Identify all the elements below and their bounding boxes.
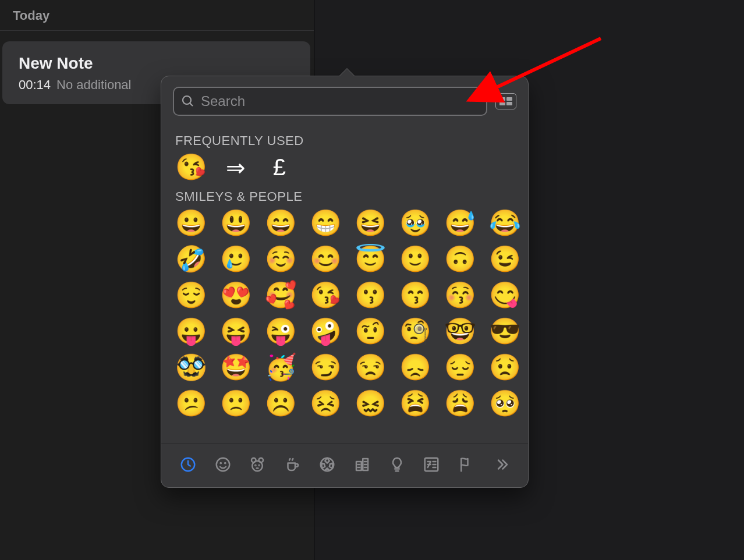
category-activity[interactable] xyxy=(316,454,339,477)
emoji-item[interactable]: 🙃 xyxy=(444,246,476,272)
emoji-item[interactable]: 😍 xyxy=(220,282,252,308)
emoji-item[interactable]: 😆 xyxy=(355,210,387,236)
more-icon xyxy=(493,456,510,476)
frequently-used-label: FREQUENTLY USED xyxy=(175,133,514,148)
category-animals-nature[interactable] xyxy=(246,454,269,477)
emoji-item[interactable]: 😔 xyxy=(444,355,476,380)
svg-point-3 xyxy=(216,458,229,471)
emoji-item[interactable]: 🤓 xyxy=(444,318,476,344)
emoji-item[interactable]: 🥺 xyxy=(489,391,521,416)
note-preview: No additional xyxy=(56,77,131,92)
emoji-item[interactable]: 😄 xyxy=(265,210,297,236)
emoji-item[interactable]: 😂 xyxy=(489,210,521,236)
emoji-item[interactable]: 😝 xyxy=(220,318,252,344)
flag-icon xyxy=(458,456,475,476)
emoji-item[interactable]: 😎 xyxy=(489,318,521,344)
emoji-item[interactable]: 😏 xyxy=(310,355,342,380)
section-today-header: Today xyxy=(0,0,314,31)
svg-point-0 xyxy=(183,96,191,104)
frequent-item[interactable]: ⇒ xyxy=(220,154,251,181)
emoji-item[interactable]: 🤩 xyxy=(220,355,252,380)
emoji-item[interactable]: 😕 xyxy=(175,391,207,416)
picker-header xyxy=(161,76,528,122)
keyboard-grid-icon xyxy=(499,97,512,105)
emoji-item[interactable]: 🧐 xyxy=(399,318,431,344)
note-title: New Note xyxy=(19,54,294,73)
emoji-item[interactable]: 😙 xyxy=(399,282,431,308)
emoji-item[interactable]: 😁 xyxy=(310,210,342,236)
emoji-item[interactable]: 🥲 xyxy=(220,246,252,272)
emoji-item[interactable]: 😅 xyxy=(444,210,476,236)
search-input[interactable] xyxy=(201,93,479,109)
frequent-item[interactable]: 😘 xyxy=(175,154,207,181)
emoji-item[interactable]: 😞 xyxy=(399,355,431,380)
emoji-item[interactable]: 😘 xyxy=(310,282,342,308)
emoji-item[interactable]: 😋 xyxy=(489,282,521,308)
emoji-item[interactable]: 😊 xyxy=(310,246,342,272)
emoji-item[interactable]: ☺️ xyxy=(265,246,297,272)
emoji-item[interactable]: 😀 xyxy=(175,210,207,236)
emoji-item[interactable]: 😚 xyxy=(444,282,476,308)
search-field-wrap[interactable] xyxy=(173,87,487,116)
emoji-item[interactable]: 😩 xyxy=(444,391,476,416)
emoji-item[interactable]: 😒 xyxy=(355,355,387,380)
category-smileys-people[interactable] xyxy=(211,454,235,477)
bulb-icon xyxy=(388,456,406,476)
category-food-drink[interactable] xyxy=(281,454,304,477)
category-symbols[interactable] xyxy=(420,454,443,477)
smileys-people-label: SMILEYS & PEOPLE xyxy=(175,189,514,204)
smileys-grid: 😀😃😄😁😆🥹😅😂🤣🥲☺️😊😇🙂🙃😉😌😍🥰😘😗😙😚😋😛😝😜🤪🤨🧐🤓😎🥸🤩🥳😏😒😞😔… xyxy=(175,210,514,416)
emoji-item[interactable]: 🥰 xyxy=(265,282,297,308)
emoji-item[interactable]: 🤪 xyxy=(310,318,342,344)
character-picker-popover: FREQUENTLY USED 😘⇒£ SMILEYS & PEOPLE 😀😃😄… xyxy=(161,76,529,488)
svg-line-1 xyxy=(190,103,193,106)
smiley-icon xyxy=(214,456,232,476)
frequently-used-row: 😘⇒£ xyxy=(175,154,514,181)
search-icon xyxy=(181,94,195,108)
svg-point-8 xyxy=(253,460,263,471)
svg-point-9 xyxy=(256,465,256,465)
emoji-item[interactable]: 😗 xyxy=(355,282,387,308)
emoji-item[interactable]: 😉 xyxy=(489,246,521,272)
frequent-item[interactable]: £ xyxy=(264,154,295,181)
emoji-item[interactable]: 🥳 xyxy=(265,355,297,380)
building-icon xyxy=(353,456,371,476)
emoji-item[interactable]: 🙁 xyxy=(220,391,252,416)
note-time: 00:14 xyxy=(19,77,51,92)
emoji-item[interactable]: 🥸 xyxy=(175,355,207,380)
emoji-item[interactable]: 😃 xyxy=(220,210,252,236)
emoji-item[interactable]: 😫 xyxy=(399,391,431,416)
emoji-item[interactable]: 😇 xyxy=(355,246,387,272)
category-objects[interactable] xyxy=(385,454,409,477)
emoji-item[interactable]: 😟 xyxy=(489,355,521,380)
emoji-item[interactable]: ☹️ xyxy=(265,391,297,416)
category-frequently-used[interactable] xyxy=(176,454,200,477)
category-footer xyxy=(161,443,528,487)
emoji-item[interactable]: 🥹 xyxy=(399,210,431,236)
emoji-item[interactable]: 🤣 xyxy=(175,246,207,272)
category-travel-places[interactable] xyxy=(350,454,374,477)
svg-point-4 xyxy=(220,462,221,463)
emoji-item[interactable]: 😛 xyxy=(175,318,207,344)
emoji-item[interactable]: 😜 xyxy=(265,318,297,344)
emoji-item[interactable]: 😌 xyxy=(175,282,207,308)
category-flags[interactable] xyxy=(455,454,478,477)
symbols-icon xyxy=(423,456,440,476)
svg-point-10 xyxy=(259,465,260,465)
expand-picker-button[interactable] xyxy=(495,93,516,109)
svg-rect-12 xyxy=(356,462,362,470)
picker-body[interactable]: FREQUENTLY USED 😘⇒£ SMILEYS & PEOPLE 😀😃😄… xyxy=(161,122,528,443)
emoji-item[interactable]: 😣 xyxy=(310,391,342,416)
category-more[interactable] xyxy=(490,454,513,477)
svg-point-5 xyxy=(225,462,225,463)
cup-icon xyxy=(284,456,301,476)
clock-icon xyxy=(179,456,197,476)
emoji-item[interactable]: 🙂 xyxy=(399,246,431,272)
bear-icon xyxy=(249,456,266,476)
emoji-item[interactable]: 🤨 xyxy=(355,318,387,344)
emoji-item[interactable]: 😖 xyxy=(355,391,387,416)
soccer-icon xyxy=(318,456,336,476)
